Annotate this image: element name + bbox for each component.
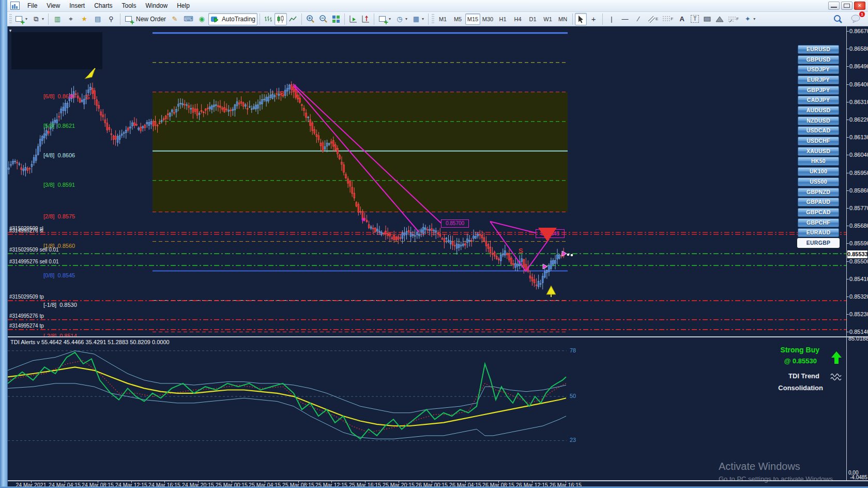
terminal-button[interactable]: ▤ (91, 13, 104, 25)
symbol-button-eurusd[interactable]: EURUSD (798, 45, 839, 54)
crosshair-tool-button[interactable]: + (587, 13, 600, 25)
zoom-in-button[interactable] (304, 13, 317, 25)
timeframe-d1-button[interactable]: D1 (525, 13, 540, 25)
signals-button[interactable]: ◉ (195, 13, 208, 25)
symbol-button-hk50[interactable]: HK50 (798, 157, 839, 166)
menu-help[interactable]: Help (172, 1, 194, 10)
menu-charts[interactable]: Charts (89, 1, 117, 10)
text-tool[interactable]: A (675, 13, 689, 25)
symbol-button-eurgbp[interactable]: EURGBP (798, 239, 839, 247)
menu-tools[interactable]: Tools (117, 1, 141, 10)
timeframe-w1-button[interactable]: W1 (540, 13, 555, 25)
vertical-line-tool[interactable]: | (605, 13, 618, 25)
market-watch-button[interactable]: ▥ (51, 13, 64, 25)
timeframe-h1-button[interactable]: H1 (495, 13, 510, 25)
close-button[interactable]: ✕ (854, 2, 865, 10)
symbol-button-euraud[interactable]: EURAUD (798, 228, 839, 237)
symbol-button-gbpaud[interactable]: GBPAUD (798, 198, 839, 206)
restore-button[interactable] (841, 2, 852, 10)
symbol-button-us500[interactable]: US500 (798, 178, 839, 186)
arrows-tool[interactable]: ✦▾ (741, 13, 757, 25)
current-price-label: 0.85533 (847, 250, 867, 258)
menu-view[interactable]: View (42, 1, 65, 10)
symbol-button-usdjpy[interactable]: USDJPY (798, 65, 839, 74)
pennant-price-label[interactable]: 0.85700 (441, 219, 469, 228)
price-axis-label: 0.85590 (849, 240, 868, 246)
one-click-trading-arrow[interactable]: ▼ (8, 28, 12, 33)
tdi-market-base-line (8, 367, 566, 426)
timeframe-m5-button[interactable]: M5 (450, 13, 465, 25)
trendline-tool[interactable]: ∕ (632, 13, 645, 25)
profiles-button[interactable]: ⧉▾ (29, 13, 46, 25)
auto-scroll-button[interactable] (347, 13, 359, 25)
price-axis-label: 0.85410 (849, 276, 868, 282)
line-chart-icon (289, 15, 297, 23)
new-chart-button[interactable]: +▾ (13, 13, 29, 25)
rectangle-tool[interactable] (701, 13, 713, 25)
indicators-button[interactable]: +▾ (376, 13, 393, 25)
x-marker: ✕ (68, 93, 74, 100)
symbol-button-gbpusd[interactable]: GBPUSD (798, 55, 839, 64)
timeframe-m15-button[interactable]: M15 (465, 13, 480, 25)
symbol-button-usdcad[interactable]: USDCAD (798, 126, 839, 135)
cursor-tool-button[interactable] (575, 13, 587, 25)
symbol-button-usdchf[interactable]: USDCHF (798, 137, 839, 145)
toolbar-drag-handle[interactable] (9, 14, 12, 24)
fibo-expansion-tool[interactable]: F (726, 13, 741, 25)
chart-canvas (0, 0, 868, 488)
search-button[interactable] (831, 13, 845, 25)
templates-button[interactable]: ▦▾ (409, 13, 426, 25)
symbol-button-xauusd[interactable]: XAUUSD (798, 147, 839, 156)
symbol-button-gbpnzd[interactable]: GBPNZD (798, 188, 839, 197)
autotrading-button[interactable]: AutoTrading (208, 13, 257, 25)
candlestick-chart-button[interactable] (275, 13, 287, 25)
timeframe-h4-button[interactable]: H4 (510, 13, 525, 25)
price-axis-label: 0.86220 (849, 116, 868, 123)
tdi-level-lines (8, 351, 567, 441)
panel-divider[interactable] (7, 336, 868, 337)
symbol-button-cadjpy[interactable]: CADJPY (798, 96, 839, 105)
fibonacci-icon (662, 15, 671, 23)
tdi-level-label: 23 (570, 437, 576, 443)
zoom-out-button[interactable] (317, 13, 330, 25)
menu-window[interactable]: Window (141, 1, 173, 10)
channel-tool[interactable]: E (645, 13, 660, 25)
triangle-tool[interactable] (713, 13, 726, 25)
fibonacci-tool[interactable]: F (660, 13, 675, 25)
search-icon (833, 14, 843, 24)
line-chart-button[interactable] (287, 13, 299, 25)
symbol-button-gbpcad[interactable]: GBPCAD (798, 208, 839, 217)
symbol-button-eurjpy[interactable]: EURJPY (798, 76, 839, 84)
minimize-button[interactable] (828, 2, 840, 10)
bar-chart-button[interactable] (262, 13, 275, 25)
symbol-button-gbpjpy[interactable]: GBPJPY (798, 86, 839, 95)
tile-windows-icon (332, 15, 340, 23)
candlestick-series (8, 81, 565, 289)
timeframe-m1-button[interactable]: M1 (435, 13, 450, 25)
chart-shift-button[interactable] (359, 13, 372, 25)
horizontal-line-tool[interactable]: — (618, 13, 632, 25)
chart-watermark-box (11, 32, 102, 69)
periods-button[interactable]: ◷▾ (393, 13, 409, 25)
chart-overlay-layer: SSS✕*785023 (0, 0, 868, 488)
symbol-button-audusd[interactable]: AUDUSD (798, 106, 839, 115)
toolbar-drag-handle[interactable] (432, 14, 434, 24)
menu-file[interactable]: File (23, 1, 42, 10)
chat-button[interactable]: 1 (849, 13, 863, 25)
tdi-rsi-line (8, 352, 566, 439)
experts-button[interactable]: ⌨ (181, 13, 195, 25)
navigator-button[interactable]: ★ (78, 13, 91, 25)
tile-windows-button[interactable] (330, 13, 342, 25)
menu-insert[interactable]: Insert (65, 1, 89, 10)
text-label-tool[interactable]: T (689, 13, 701, 25)
timeframe-mn-button[interactable]: MN (555, 13, 570, 25)
data-window-button[interactable]: ⌖ (64, 13, 78, 25)
menu-bar: File View Insert Charts Tools Window Hel… (7, 0, 868, 12)
symbol-button-uk100[interactable]: UK100 (798, 167, 839, 176)
symbol-button-gbpchf[interactable]: GBPCHF (798, 218, 839, 227)
metaeditor-button[interactable]: ✎ (168, 13, 181, 25)
timeframe-m30-button[interactable]: M30 (480, 13, 495, 25)
strategy-tester-button[interactable]: ⚲ (104, 13, 118, 25)
symbol-button-nzdusd[interactable]: NZDUSD (798, 116, 839, 125)
new-order-button[interactable]: +New Order (123, 13, 168, 25)
